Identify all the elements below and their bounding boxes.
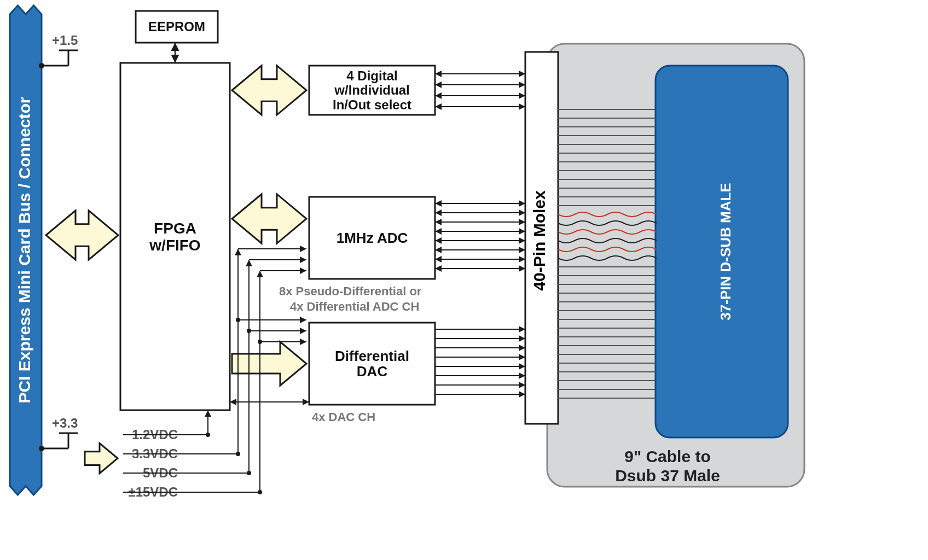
svg-point-3 — [39, 63, 44, 68]
fpga-block-label: FPGA — [154, 220, 196, 237]
dac-block-label: Differential — [335, 348, 409, 364]
fpga-to-dac-arrow — [232, 342, 306, 386]
svg-point-29 — [236, 318, 240, 322]
dsub-label: 37-PIN D-SUB MALE — [717, 183, 734, 320]
digital-io-block-label: 4 Digital — [346, 68, 397, 83]
digital-io-block-label: w/Individual — [334, 83, 409, 97]
svg-point-13 — [236, 452, 240, 456]
pci-bus-label: PCI Express Mini Card Bus / Connector — [15, 97, 33, 403]
bus-voltage: +1.5 — [52, 33, 78, 48]
bus-to-fpga-arrow — [46, 211, 118, 260]
svg-point-21 — [258, 490, 262, 494]
fpga-to-digital-arrow — [232, 66, 306, 115]
pci-bus: PCI Express Mini Card Bus / Connector — [10, 5, 42, 495]
svg-point-7 — [39, 446, 44, 451]
svg-point-17 — [247, 471, 251, 475]
molex-label: 40-Pin Molex — [530, 190, 548, 291]
bus-voltage: +3.3 — [52, 416, 78, 430]
svg-point-31 — [258, 340, 262, 344]
eeprom-block-label: EEPROM — [148, 19, 205, 34]
fpga-block-label: w/FIFO — [149, 237, 200, 254]
adc-note: 8x Pseudo-Differential or — [279, 284, 422, 298]
digital-io-block-label: In/Out select — [333, 97, 411, 112]
dac-note: 4x DAC CH — [312, 410, 375, 424]
cable-label: 9" Cable to — [624, 447, 711, 465]
adc-note: 4x Differential ADC CH — [290, 300, 419, 313]
cable-label: Dsub 37 Male — [615, 466, 720, 485]
svg-point-10 — [206, 433, 210, 437]
power-in-arrow — [85, 444, 118, 474]
fpga-to-adc-arrow — [232, 194, 306, 243]
dac-block-label: DAC — [357, 363, 388, 380]
svg-point-30 — [247, 329, 251, 333]
adc-block-label: 1MHz ADC — [337, 230, 408, 246]
